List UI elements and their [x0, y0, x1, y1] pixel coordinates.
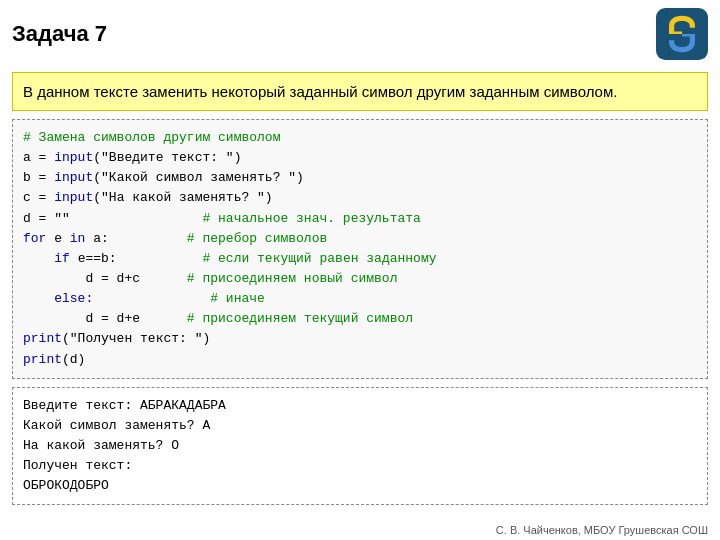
code-line-8: d = d+c # присоединяем новый символ: [23, 269, 697, 289]
footer-text: С. В. Чайченков, МБОУ Грушевская СОШ: [496, 524, 708, 536]
page-title: Задача 7: [12, 21, 656, 47]
code-line-11: print("Получен текст: "): [23, 329, 697, 349]
header: Задача 7: [0, 0, 720, 68]
code-line-6: for e in a: # перебор символов: [23, 229, 697, 249]
output-line-2: Какой символ заменять? А: [23, 416, 697, 436]
code-line-3: b = input("Какой символ заменять? "): [23, 168, 697, 188]
footer: С. В. Чайченков, МБОУ Грушевская СОШ: [496, 524, 708, 536]
task-description: В данном тексте заменить некоторый задан…: [12, 72, 708, 111]
code-line-12: print(d): [23, 350, 697, 370]
output-line-1: Введите текст: АБРАКАДАБРА: [23, 396, 697, 416]
svg-point-2: [684, 41, 688, 45]
code-line-5: d = "" # начальное знач. результата: [23, 209, 697, 229]
task-description-text: В данном тексте заменить некоторый задан…: [23, 83, 617, 100]
code-line-7: if e==b: # если текущий равен заданному: [23, 249, 697, 269]
code-line-2: a = input("Введите текст: "): [23, 148, 697, 168]
code-line-10: d = d+e # присоединяем текущий символ: [23, 309, 697, 329]
code-block: # Замена символов другим символом a = in…: [12, 119, 708, 379]
code-line-1: # Замена символов другим символом: [23, 128, 697, 148]
code-line-9: else: # иначе: [23, 289, 697, 309]
output-line-3: На какой заменять? О: [23, 436, 697, 456]
code-line-4: c = input("На какой заменять? "): [23, 188, 697, 208]
output-line-4: Получен текст:: [23, 456, 697, 476]
svg-point-1: [676, 23, 680, 27]
python-logo-icon: [656, 8, 708, 60]
output-block: Введите текст: АБРАКАДАБРА Какой символ …: [12, 387, 708, 506]
output-line-5: ОБРОКОДОБРО: [23, 476, 697, 496]
